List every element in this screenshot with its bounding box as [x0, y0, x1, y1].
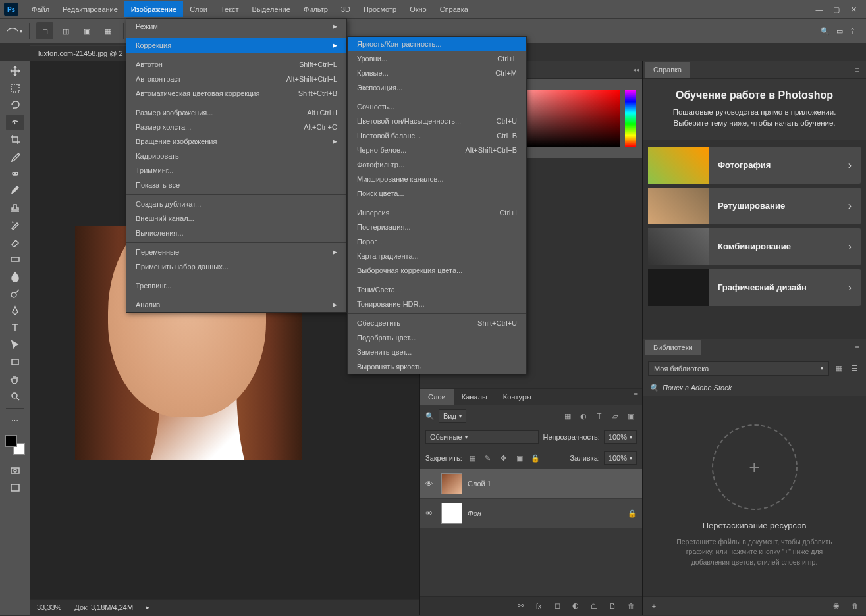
panel-menu-icon[interactable]: ≡	[852, 66, 863, 74]
menu-replace-color[interactable]: Заменить цвет...	[348, 345, 526, 359]
hue-slider[interactable]	[625, 90, 636, 147]
grid-view-icon[interactable]: ▦	[833, 363, 845, 374]
menu-canvas-size[interactable]: Размер холста...Alt+Ctrl+C	[126, 120, 346, 134]
topic-photography[interactable]: Фотография›	[648, 147, 861, 184]
eraser-tool-icon[interactable]	[6, 234, 24, 250]
gradient-tool-icon[interactable]	[6, 251, 24, 267]
menu-mode[interactable]: Режим▶	[126, 19, 346, 34]
quick-mask-icon[interactable]	[6, 463, 24, 478]
menu-exposure[interactable]: Экспозиция...	[348, 80, 526, 95]
dodge-tool-icon[interactable]	[6, 286, 24, 301]
library-drop-zone[interactable]: + Перетаскивание ресурсов Перетащите фай…	[643, 396, 866, 597]
filter-smart-icon[interactable]: ▣	[625, 410, 637, 422]
maximize-button[interactable]: ▢	[828, 3, 845, 16]
layer-style-icon[interactable]: fx	[533, 600, 545, 612]
library-search[interactable]: 🔍Поиск в Adobe Stock	[643, 380, 866, 396]
topic-combine[interactable]: Комбинирование›	[648, 228, 861, 265]
library-select[interactable]: Моя библиотека▾	[648, 361, 829, 376]
layers-menu-icon[interactable]: ≡	[630, 389, 642, 405]
menu-file[interactable]: Файл	[25, 1, 56, 17]
menu-hue-saturation[interactable]: Цветовой тон/Насыщенность...Ctrl+U	[348, 114, 526, 128]
menu-trim[interactable]: Тримминг...	[126, 163, 346, 178]
menu-filter[interactable]: Фильтр	[297, 1, 335, 17]
menu-desaturate[interactable]: ОбесцветитьShift+Ctrl+U	[348, 316, 526, 330]
menu-color-balance[interactable]: Цветовой баланс...Ctrl+B	[348, 128, 526, 143]
menu-black-white[interactable]: Черно-белое...Alt+Shift+Ctrl+B	[348, 143, 526, 157]
filter-pixel-icon[interactable]: ▦	[562, 410, 574, 422]
delete-layer-icon[interactable]: 🗑	[625, 600, 637, 612]
quick-select-tool-icon[interactable]	[6, 115, 24, 130]
lock-trans-icon[interactable]: ▦	[466, 452, 478, 464]
menu-color-lookup[interactable]: Поиск цвета...	[348, 186, 526, 201]
menu-levels[interactable]: Уровни...Ctrl+L	[348, 51, 526, 66]
menu-adjustments[interactable]: Коррекция▶	[126, 38, 346, 53]
menu-edit[interactable]: Редактирование	[56, 1, 124, 17]
new-layer-icon[interactable]: 🗋	[607, 600, 618, 612]
menu-layer[interactable]: Слои	[183, 1, 214, 17]
zoom-level[interactable]: 33,33%	[37, 603, 61, 611]
adjustment-layer-icon[interactable]: ◐	[570, 600, 582, 612]
blend-mode-select[interactable]: Обычные▾	[425, 430, 539, 444]
eyedropper-tool-icon[interactable]	[6, 149, 24, 165]
hand-tool-icon[interactable]	[6, 371, 24, 387]
move-tool-icon[interactable]	[6, 63, 24, 79]
filter-shape-icon[interactable]: ▱	[609, 410, 621, 422]
topic-design[interactable]: Графический дизайн›	[648, 269, 861, 306]
menu-window[interactable]: Окно	[403, 1, 433, 17]
menu-curves[interactable]: Кривые...Ctrl+M	[348, 66, 526, 80]
layers-tab[interactable]: Слои	[420, 389, 454, 405]
libraries-tab[interactable]: Библиотеки	[645, 340, 701, 355]
tool-preset-icon[interactable]: ▾	[5, 22, 22, 39]
menu-image-rotation[interactable]: Вращение изображения▶	[126, 134, 346, 149]
list-view-icon[interactable]: ☰	[849, 363, 861, 374]
layer-filter-select[interactable]: Вид▾	[439, 409, 466, 423]
menu-vibrance[interactable]: Сочность...	[348, 99, 526, 114]
screen-mode-tool-icon[interactable]	[6, 480, 24, 496]
menu-calculations[interactable]: Вычисления...	[126, 226, 346, 240]
edit-toolbar-icon[interactable]: ⋯	[6, 413, 24, 428]
layer-row[interactable]: 👁 Фон 🔒	[420, 499, 642, 528]
lock-all-icon[interactable]: 🔒	[529, 452, 541, 464]
menu-hdr-toning[interactable]: Тонирование HDR...	[348, 297, 526, 311]
shape-tool-icon[interactable]	[6, 354, 24, 370]
link-layers-icon[interactable]: ⚯	[514, 600, 526, 612]
help-tab[interactable]: Справка	[645, 62, 690, 78]
lasso-tool-icon[interactable]	[6, 97, 24, 113]
menu-help[interactable]: Справка	[433, 1, 475, 17]
menu-3d[interactable]: 3D	[335, 1, 357, 17]
menu-apply-image[interactable]: Внешний канал...	[126, 211, 346, 226]
menu-image-size[interactable]: Размер изображения...Alt+Ctrl+I	[126, 105, 346, 120]
visibility-icon[interactable]: 👁	[425, 480, 436, 488]
filter-adjust-icon[interactable]: ◐	[578, 410, 589, 422]
menu-brightness-contrast[interactable]: Яркость/Контрастность...	[348, 37, 526, 51]
lock-artboard-icon[interactable]: ▣	[514, 452, 526, 464]
menu-auto-color[interactable]: Автоматическая цветовая коррекцияShift+C…	[126, 86, 346, 101]
menu-gradient-map[interactable]: Карта градиента...	[348, 249, 526, 263]
search-icon[interactable]: 🔍	[821, 27, 830, 36]
group-icon[interactable]: 🗀	[588, 600, 600, 612]
delete-icon[interactable]: 🗑	[849, 600, 861, 612]
blur-tool-icon[interactable]	[6, 269, 24, 284]
document-tab[interactable]: luxfon.com-21458.jpg @ 2	[30, 45, 131, 61]
layer-name[interactable]: Слой 1	[468, 480, 637, 488]
stamp-tool-icon[interactable]	[6, 200, 24, 216]
visibility-icon[interactable]: 👁	[425, 509, 436, 517]
opacity-input[interactable]: 100%▾	[604, 430, 637, 444]
topic-retouch[interactable]: Ретуширование›	[648, 188, 861, 224]
menu-variables[interactable]: Переменные▶	[126, 245, 346, 259]
lock-pixels-icon[interactable]: ✎	[482, 452, 494, 464]
menu-equalize[interactable]: Выровнять яркость	[348, 359, 526, 374]
fill-input[interactable]: 100%▾	[604, 451, 637, 465]
panel-menu-icon[interactable]: ≡	[852, 344, 863, 351]
cc-sync-icon[interactable]: ◉	[830, 600, 842, 612]
minimize-button[interactable]: —	[811, 3, 828, 16]
add-content-icon[interactable]: +	[648, 600, 660, 612]
menu-auto-tone[interactable]: АвтотонShift+Ctrl+L	[126, 57, 346, 72]
menu-invert[interactable]: ИнверсияCtrl+I	[348, 205, 526, 220]
menu-type[interactable]: Текст	[214, 1, 246, 17]
brush-tool-icon[interactable]	[6, 183, 24, 199]
lasso-intersect-icon[interactable]: ▦	[99, 22, 117, 39]
menu-photo-filter[interactable]: Фотофильтр...	[348, 157, 526, 172]
close-button[interactable]: ✕	[845, 3, 862, 16]
menu-auto-contrast[interactable]: АвтоконтрастAlt+Shift+Ctrl+L	[126, 72, 346, 86]
